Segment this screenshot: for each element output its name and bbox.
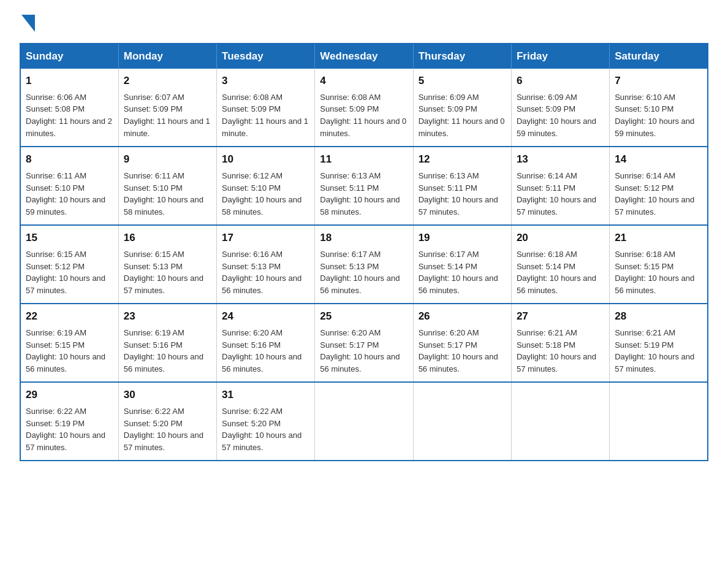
calendar-cell: 23Sunrise: 6:19 AMSunset: 5:16 PMDayligh… — [118, 304, 216, 382]
day-number: 28 — [615, 309, 702, 324]
day-number: 29 — [26, 388, 113, 403]
day-info: Sunrise: 6:11 AMSunset: 5:10 PMDaylight:… — [26, 171, 105, 217]
calendar-cell: 15Sunrise: 6:15 AMSunset: 5:12 PMDayligh… — [20, 225, 118, 304]
calendar-cell: 3Sunrise: 6:08 AMSunset: 5:09 PMDaylight… — [217, 69, 315, 147]
day-number: 3 — [222, 74, 309, 89]
calendar-cell — [413, 382, 511, 461]
calendar-cell: 12Sunrise: 6:13 AMSunset: 5:11 PMDayligh… — [413, 147, 511, 225]
day-info: Sunrise: 6:06 AMSunset: 5:08 PMDaylight:… — [26, 93, 112, 139]
day-info: Sunrise: 6:22 AMSunset: 5:20 PMDaylight:… — [222, 407, 301, 453]
day-number: 5 — [419, 74, 506, 89]
day-info: Sunrise: 6:13 AMSunset: 5:11 PMDaylight:… — [320, 171, 400, 217]
calendar-cell: 1Sunrise: 6:06 AMSunset: 5:08 PMDaylight… — [20, 69, 118, 147]
day-number: 16 — [124, 231, 211, 246]
day-info: Sunrise: 6:20 AMSunset: 5:17 PMDaylight:… — [320, 328, 400, 374]
calendar-cell — [610, 382, 708, 461]
day-number: 19 — [419, 231, 506, 246]
day-number: 4 — [320, 74, 408, 89]
day-header-friday: Friday — [511, 44, 609, 69]
day-number: 15 — [26, 231, 113, 246]
day-number: 9 — [124, 152, 211, 167]
day-number: 6 — [517, 74, 604, 89]
day-info: Sunrise: 6:17 AMSunset: 5:14 PMDaylight:… — [419, 250, 498, 296]
day-header-thursday: Thursday — [413, 44, 511, 69]
day-info: Sunrise: 6:12 AMSunset: 5:10 PMDaylight:… — [222, 171, 301, 217]
day-info: Sunrise: 6:18 AMSunset: 5:14 PMDaylight:… — [517, 250, 596, 296]
day-info: Sunrise: 6:19 AMSunset: 5:16 PMDaylight:… — [124, 328, 203, 374]
day-number: 18 — [320, 231, 408, 246]
calendar-cell: 7Sunrise: 6:10 AMSunset: 5:10 PMDaylight… — [610, 69, 708, 147]
calendar-cell: 14Sunrise: 6:14 AMSunset: 5:12 PMDayligh… — [610, 147, 708, 225]
day-number: 7 — [615, 74, 702, 89]
day-number: 17 — [222, 231, 309, 246]
calendar-cell: 28Sunrise: 6:21 AMSunset: 5:19 PMDayligh… — [610, 304, 708, 382]
day-number: 13 — [517, 152, 604, 167]
day-info: Sunrise: 6:14 AMSunset: 5:11 PMDaylight:… — [517, 171, 596, 217]
calendar-cell: 16Sunrise: 6:15 AMSunset: 5:13 PMDayligh… — [118, 225, 216, 304]
day-info: Sunrise: 6:11 AMSunset: 5:10 PMDaylight:… — [124, 171, 203, 217]
calendar-week-1: 1Sunrise: 6:06 AMSunset: 5:08 PMDaylight… — [20, 69, 708, 147]
day-number: 27 — [517, 309, 604, 324]
calendar-cell: 17Sunrise: 6:16 AMSunset: 5:13 PMDayligh… — [217, 225, 315, 304]
day-info: Sunrise: 6:09 AMSunset: 5:09 PMDaylight:… — [419, 93, 505, 139]
day-number: 23 — [124, 309, 211, 324]
day-number: 2 — [124, 74, 211, 89]
day-header-saturday: Saturday — [610, 44, 708, 69]
day-number: 14 — [615, 152, 702, 167]
calendar-week-2: 8Sunrise: 6:11 AMSunset: 5:10 PMDaylight… — [20, 147, 708, 225]
day-number: 11 — [320, 152, 408, 167]
calendar-cell: 9Sunrise: 6:11 AMSunset: 5:10 PMDaylight… — [118, 147, 216, 225]
calendar-cell: 8Sunrise: 6:11 AMSunset: 5:10 PMDaylight… — [20, 147, 118, 225]
page-header — [20, 15, 708, 31]
calendar-cell: 4Sunrise: 6:08 AMSunset: 5:09 PMDaylight… — [315, 69, 413, 147]
calendar-cell — [511, 382, 609, 461]
day-info: Sunrise: 6:20 AMSunset: 5:16 PMDaylight:… — [222, 328, 301, 374]
day-header-wednesday: Wednesday — [315, 44, 413, 69]
calendar-cell: 30Sunrise: 6:22 AMSunset: 5:20 PMDayligh… — [118, 382, 216, 461]
day-number: 1 — [26, 74, 113, 89]
calendar-cell: 6Sunrise: 6:09 AMSunset: 5:09 PMDaylight… — [511, 69, 609, 147]
calendar-cell: 21Sunrise: 6:18 AMSunset: 5:15 PMDayligh… — [610, 225, 708, 304]
calendar-week-4: 22Sunrise: 6:19 AMSunset: 5:15 PMDayligh… — [20, 304, 708, 382]
day-info: Sunrise: 6:14 AMSunset: 5:12 PMDaylight:… — [615, 171, 694, 217]
day-number: 10 — [222, 152, 309, 167]
calendar-cell — [315, 382, 413, 461]
day-info: Sunrise: 6:15 AMSunset: 5:13 PMDaylight:… — [124, 250, 203, 296]
calendar-cell: 20Sunrise: 6:18 AMSunset: 5:14 PMDayligh… — [511, 225, 609, 304]
day-header-sunday: Sunday — [20, 44, 118, 69]
calendar-cell: 25Sunrise: 6:20 AMSunset: 5:17 PMDayligh… — [315, 304, 413, 382]
day-info: Sunrise: 6:07 AMSunset: 5:09 PMDaylight:… — [124, 93, 210, 139]
day-info: Sunrise: 6:22 AMSunset: 5:20 PMDaylight:… — [124, 407, 203, 453]
day-info: Sunrise: 6:19 AMSunset: 5:15 PMDaylight:… — [26, 328, 105, 374]
day-info: Sunrise: 6:08 AMSunset: 5:09 PMDaylight:… — [320, 93, 406, 139]
day-info: Sunrise: 6:10 AMSunset: 5:10 PMDaylight:… — [615, 93, 694, 139]
day-number: 8 — [26, 152, 113, 167]
day-info: Sunrise: 6:13 AMSunset: 5:11 PMDaylight:… — [419, 171, 498, 217]
day-number: 21 — [615, 231, 702, 246]
calendar-cell: 31Sunrise: 6:22 AMSunset: 5:20 PMDayligh… — [217, 382, 315, 461]
day-number: 30 — [124, 388, 211, 403]
day-number: 22 — [26, 309, 113, 324]
day-number: 12 — [419, 152, 506, 167]
calendar-cell: 11Sunrise: 6:13 AMSunset: 5:11 PMDayligh… — [315, 147, 413, 225]
calendar-week-5: 29Sunrise: 6:22 AMSunset: 5:19 PMDayligh… — [20, 382, 708, 461]
day-info: Sunrise: 6:09 AMSunset: 5:09 PMDaylight:… — [517, 93, 596, 139]
day-header-monday: Monday — [118, 44, 216, 69]
day-number: 31 — [222, 388, 309, 403]
calendar-cell: 5Sunrise: 6:09 AMSunset: 5:09 PMDaylight… — [413, 69, 511, 147]
logo-arrow-icon — [21, 15, 35, 32]
calendar-cell: 10Sunrise: 6:12 AMSunset: 5:10 PMDayligh… — [217, 147, 315, 225]
calendar-table: SundayMondayTuesdayWednesdayThursdayFrid… — [20, 43, 708, 461]
calendar-cell: 13Sunrise: 6:14 AMSunset: 5:11 PMDayligh… — [511, 147, 609, 225]
day-info: Sunrise: 6:21 AMSunset: 5:19 PMDaylight:… — [615, 328, 694, 374]
day-number: 20 — [517, 231, 604, 246]
svg-marker-0 — [21, 15, 35, 32]
calendar-cell: 22Sunrise: 6:19 AMSunset: 5:15 PMDayligh… — [20, 304, 118, 382]
day-info: Sunrise: 6:21 AMSunset: 5:18 PMDaylight:… — [517, 328, 596, 374]
day-info: Sunrise: 6:15 AMSunset: 5:12 PMDaylight:… — [26, 250, 105, 296]
day-number: 24 — [222, 309, 309, 324]
day-info: Sunrise: 6:16 AMSunset: 5:13 PMDaylight:… — [222, 250, 301, 296]
day-info: Sunrise: 6:22 AMSunset: 5:19 PMDaylight:… — [26, 407, 105, 453]
calendar-cell: 29Sunrise: 6:22 AMSunset: 5:19 PMDayligh… — [20, 382, 118, 461]
day-info: Sunrise: 6:20 AMSunset: 5:17 PMDaylight:… — [419, 328, 498, 374]
